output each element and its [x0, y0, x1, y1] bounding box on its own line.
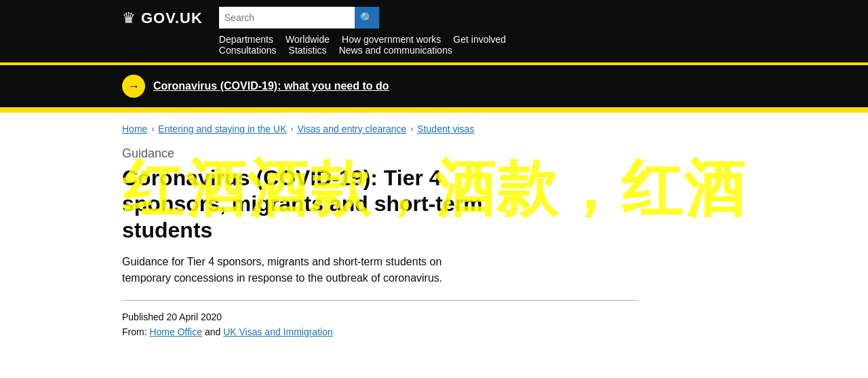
page-description: Guidance for Tier 4 sponsors, migrants a… [122, 254, 461, 286]
nav-departments[interactable]: Departments [219, 34, 273, 45]
search-row: 🔍 [219, 7, 506, 29]
breadcrumb: Home › Entering and staying in the UK › … [122, 124, 746, 134]
breadcrumb-sep-3: › Student visas [410, 124, 474, 134]
main-content: Guidance Coronavirus (COVID-19): Tier 4 … [108, 140, 760, 362]
chevron-right-icon: › [410, 124, 413, 134]
breadcrumb-entering-link[interactable]: Entering and staying in the UK [158, 124, 286, 134]
from-link-home-office[interactable]: Home Office [149, 326, 202, 337]
from-link-ukvi[interactable]: UK Visas and Immigration [223, 326, 333, 337]
nav-worldwide[interactable]: Worldwide [285, 34, 330, 45]
breadcrumb-sep-1: › Entering and staying in the UK [151, 124, 286, 134]
and-text: and [205, 326, 223, 337]
breadcrumb-sep-2: › Visas and entry clearance [290, 124, 406, 134]
arrow-icon: → [127, 79, 140, 94]
page-title: Coronavirus (COVID-19): Tier 4 sponsors,… [122, 165, 529, 243]
from-row: From: Home Office and UK Visas and Immig… [122, 326, 746, 337]
chevron-right-icon: › [290, 124, 293, 134]
nav-row-2: Consultations Statistics News and commun… [219, 45, 506, 56]
guidance-label: Guidance [122, 147, 746, 161]
breadcrumb-visas-link[interactable]: Visas and entry clearance [297, 124, 406, 134]
breadcrumb-student-visas-link[interactable]: Student visas [417, 124, 474, 134]
breadcrumb-home-link[interactable]: Home [122, 124, 147, 134]
logo-area: ♛ GOV.UK [122, 7, 203, 27]
chevron-right-icon: › [151, 124, 154, 134]
from-label: From: [122, 326, 147, 337]
content-divider [122, 300, 637, 301]
breadcrumb-area: Home › Entering and staying in the UK › … [108, 113, 760, 140]
nav-how-gov-works[interactable]: How government works [342, 34, 441, 45]
crown-icon: ♛ [122, 10, 136, 27]
nav-news-communications[interactable]: News and communications [339, 45, 452, 56]
breadcrumb-home: Home [122, 124, 147, 134]
nav-statistics[interactable]: Statistics [289, 45, 327, 56]
search-button[interactable]: 🔍 [355, 7, 379, 29]
covid-banner-link[interactable]: Coronavirus (COVID-19): what you need to… [153, 80, 389, 92]
header-right: 🔍 Departments Worldwide How government w… [219, 7, 506, 56]
nav-get-involved[interactable]: Get involved [453, 34, 506, 45]
nav-row-1: Departments Worldwide How government wor… [219, 34, 506, 45]
logo-text: GOV.UK [141, 10, 203, 27]
covid-banner: → Coronavirus (COVID-19): what you need … [0, 62, 868, 107]
arrow-circle-icon: → [122, 75, 145, 98]
main-nav: Departments Worldwide How government wor… [219, 34, 506, 56]
published-date: Published 20 April 2020 [122, 311, 746, 322]
search-icon: 🔍 [360, 12, 374, 24]
nav-consultations[interactable]: Consultations [219, 45, 277, 56]
gold-divider-line [0, 107, 868, 113]
search-input[interactable] [219, 7, 355, 29]
site-header: ♛ GOV.UK 🔍 Departments Worldwide How gov… [0, 0, 868, 62]
